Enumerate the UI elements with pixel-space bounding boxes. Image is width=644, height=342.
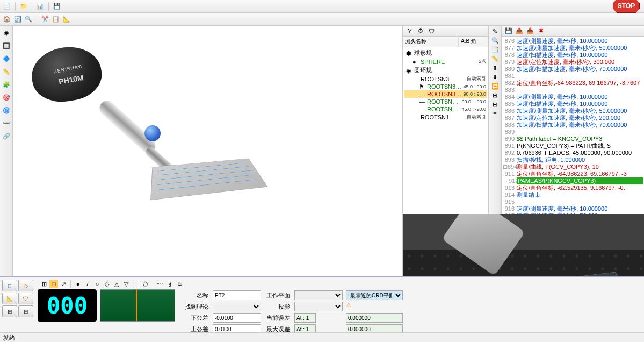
find-theory-select[interactable] [213, 302, 261, 311]
code-line[interactable]: 878速度/扫描速度, 毫米/秒, 10.000000 [503, 52, 643, 59]
zoom-icon[interactable]: 🔍 [24, 15, 33, 24]
bp-tool-icon[interactable]: § [165, 280, 174, 288]
code-line[interactable]: 881 [503, 73, 643, 80]
save-icon[interactable]: 💾 [504, 26, 513, 36]
tree-item[interactable]: ⚑ROOTSN3_A45_B…45.0 : 90.0 [404, 83, 487, 90]
proj-select[interactable] [294, 302, 343, 311]
code-tool-icon[interactable]: ≡ [493, 110, 496, 117]
vtb-icon[interactable]: 📏 [2, 67, 11, 76]
code-line[interactable]: 913 定位/直角坐标, -62.529135, 9.166797, -0. [503, 184, 643, 191]
vtb-icon[interactable]: ◉ [2, 28, 11, 38]
bp-tool-icon[interactable]: ○ [93, 280, 102, 288]
bp-tool-icon[interactable]: ⬠ [141, 280, 150, 288]
tree-item[interactable]: ⬢球形规 [404, 48, 487, 58]
code-tool-icon[interactable]: ⬇ [493, 74, 497, 81]
tree-tool-icon[interactable]: ⚙ [416, 26, 425, 36]
code-line[interactable]: 892 0.706936, HEADCS, 45.000000, 90.0000… [503, 149, 643, 156]
code-line[interactable]: 914测量结束 [503, 191, 643, 198]
crd-select[interactable]: 最靠近的CRD平面 [346, 290, 403, 300]
bp-mode-btn[interactable]: ⊟ [18, 305, 33, 317]
bp-tool-icon[interactable]: ● [74, 280, 82, 288]
tree-item[interactable]: —ROOTSN3自动索引 [404, 75, 487, 83]
workplane-select[interactable] [294, 290, 343, 300]
bp-mode-btn[interactable]: 📐 [2, 293, 17, 304]
code-tool-icon[interactable]: ✖ [536, 26, 546, 36]
code-line[interactable]: 877加速度/测量加速度, 毫米/秒/秒, 50.000000 [503, 45, 643, 52]
lower-tol-input[interactable] [213, 313, 261, 323]
tree-item[interactable]: ◉圆环规 [404, 66, 487, 75]
stop-button[interactable]: STOP [613, 0, 640, 13]
refresh-icon[interactable]: 🔄 [13, 15, 23, 24]
code-line[interactable]: 916速度/测量速度, 毫米/秒, 10.000000 [503, 205, 643, 212]
bp-tool-icon[interactable]: ◇ [103, 280, 111, 288]
code-tool-icon[interactable]: 📥 [525, 26, 535, 36]
point-counter: 000 [38, 289, 97, 322]
code-line[interactable]: 893扫描/搜找, 距离, 1.000000 [503, 156, 643, 163]
code-line[interactable]: 886加速度/测量加速度, 毫米/秒/秒, 50.000000 [503, 108, 643, 115]
code-tool-icon[interactable]: ⬆ [493, 65, 497, 72]
bp-tool-icon[interactable]: ≋ [175, 280, 184, 288]
code-line[interactable]: 887加速度/定位加速度, 毫米/秒/秒, 200.000 [503, 115, 643, 122]
bp-tool-icon[interactable]: ↗ [59, 280, 68, 288]
code-tool-icon[interactable]: 🔍 [491, 37, 499, 44]
vtb-icon[interactable]: 🌀 [2, 105, 11, 115]
bp-mode-btn[interactable]: □ [2, 280, 17, 291]
vtb-icon[interactable]: 🔷 [2, 54, 11, 63]
tree-tool-icon[interactable]: 🛡 [426, 26, 436, 36]
vtb-icon[interactable]: 〰️ [2, 118, 11, 128]
tool-icon[interactable]: 💾 [52, 2, 62, 11]
code-line[interactable]: 888加速度/扫描加速度, 毫米/秒/秒, 70.000000 [503, 122, 643, 129]
tree-body[interactable]: ⬢球形规●SPHERE5点◉圆环规—ROOTSN3自动索引⚑ROOTSN3_A4… [403, 47, 488, 214]
code-editor[interactable]: 876速度/测量速度, 毫米/秒, 10.000000877加速度/测量加速度,… [502, 37, 644, 214]
vtb-icon[interactable]: 🔲 [2, 41, 11, 51]
code-line[interactable]: 890$$ Path label = KNGCV_COPY3 [503, 136, 643, 142]
code-tool-icon[interactable]: 📏 [491, 55, 499, 62]
tool-icon[interactable]: 📐 [62, 15, 71, 24]
code-line[interactable]: 889 [503, 129, 643, 136]
tree-item[interactable]: —ROOTSN3_A90_B…90.0 : 90.0 [404, 90, 487, 98]
bp-mode-btn[interactable]: ◇ [18, 280, 33, 291]
bp-tool-icon[interactable]: □ [49, 280, 58, 288]
code-line[interactable]: ⊟894测量/曲线, F(GCV_COPY3), 10 [503, 163, 643, 170]
tree-item[interactable]: —ROOTSN3_A45_…45.0 : -90.0 [404, 105, 487, 113]
bp-mode-btn[interactable]: ⊞ [2, 305, 17, 317]
code-line[interactable]: 911 定位/直角坐标, -64.986223, 69.166797, -3 [503, 170, 643, 177]
bp-tool-icon[interactable]: ⊞ [40, 280, 48, 288]
code-line[interactable]: 915 [503, 198, 643, 205]
code-line[interactable]: 891P(KNGCV_COPY3) = PATH/曲线, $ [503, 142, 643, 149]
tool-icon[interactable]: 📋 [51, 15, 61, 24]
code-line[interactable]: →912 PAMEAS/P(KNGCV_COPY3) [503, 177, 643, 184]
vtb-icon[interactable]: 🔗 [2, 131, 11, 141]
code-line[interactable]: 883 [503, 87, 643, 94]
code-tool-icon[interactable]: 🔁 [491, 83, 499, 90]
bp-tool-icon[interactable]: 〰 [156, 280, 164, 288]
code-line[interactable]: 876速度/测量速度, 毫米/秒, 10.000000 [503, 38, 643, 45]
tool-icon[interactable]: ✂️ [40, 15, 50, 24]
code-tool-icon[interactable]: ✎ [493, 28, 497, 35]
code-tool-icon[interactable]: ⊞ [493, 92, 497, 99]
tool-icon[interactable]: 📊 [35, 2, 45, 11]
code-tool-icon[interactable]: 📑 [491, 46, 499, 53]
tree-item[interactable]: —ROOTSN1自动索引 [404, 113, 487, 121]
code-line[interactable]: 882定位/直角坐标,-64.986223, 69.166797, -3.760… [503, 80, 643, 87]
tree-item[interactable]: ●SPHERE5点 [404, 58, 487, 66]
tree-item[interactable]: —ROOTSN3_A90_…90.0 : -90.0 [404, 98, 487, 105]
home-icon[interactable]: 🏠 [2, 15, 12, 24]
tool-icon[interactable]: 📄 [2, 2, 12, 11]
tool-icon[interactable]: 📁 [19, 2, 28, 11]
vtb-icon[interactable]: 🎯 [2, 92, 11, 102]
bp-mode-btn[interactable]: 🛡 [18, 293, 33, 304]
filter-icon[interactable]: Y [405, 26, 415, 36]
code-line[interactable]: 885速度/扫描速度, 毫米/秒, 10.000000 [503, 101, 643, 108]
bp-tool-icon[interactable]: ☐ [132, 280, 140, 288]
code-line[interactable]: 884速度/测量速度, 毫米/秒, 10.000000 [503, 94, 643, 101]
code-tool-icon[interactable]: ⊟ [493, 101, 497, 108]
code-line[interactable]: 879速度/定位加速度, 毫米/秒/秒, 300.000 [503, 59, 643, 66]
bp-tool-icon[interactable]: ▽ [122, 280, 131, 288]
bp-tool-icon[interactable]: △ [112, 280, 121, 288]
vtb-icon[interactable]: 🧩 [2, 80, 11, 89]
code-line[interactable]: 880加速度/扫描加速度, 毫米/秒/秒, 70.000000 [503, 66, 643, 73]
name-input[interactable] [213, 290, 261, 300]
code-tool-icon[interactable]: 📤 [515, 26, 524, 36]
bp-tool-icon[interactable]: / [83, 280, 92, 288]
